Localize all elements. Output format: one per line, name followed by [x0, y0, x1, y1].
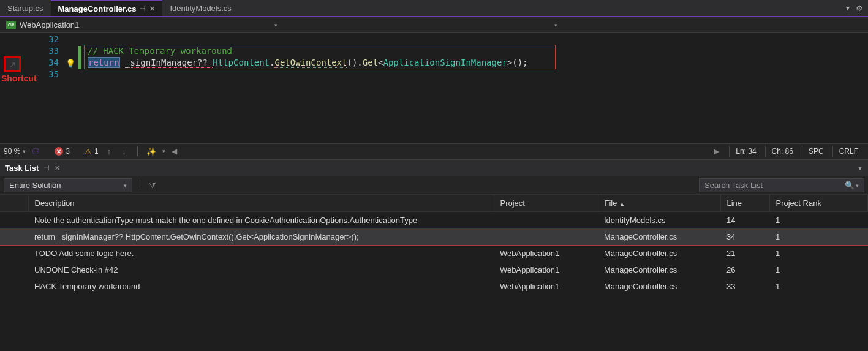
sort-asc-icon: ▲ [619, 201, 625, 207]
nav-bar: C# WebApplication1 ▾ ▾ [0, 17, 868, 33]
table-row[interactable]: TODO Add some logic here.WebApplication1… [0, 245, 868, 262]
tab-identitymodels[interactable]: IdentityModels.cs [162, 0, 238, 16]
code-content[interactable]: // HACK Temporary workaround return _sig… [81, 33, 868, 143]
lightbulb-icon[interactable]: 💡 [66, 59, 75, 68]
table-row[interactable]: HACK Temporary workaroundWebApplication1… [0, 278, 868, 295]
divider [140, 181, 140, 191]
tab-label: ManageController.cs [58, 4, 137, 13]
task-list-header: Task List ⊣ ✕ ▼ [0, 159, 868, 176]
error-icon: ✕ [55, 147, 63, 156]
table-row[interactable]: UNDONE Check-in #42WebApplication1Manage… [0, 262, 868, 278]
tab-label: Startup.cs [7, 4, 43, 13]
chevron-down-icon[interactable]: ▾ [162, 148, 165, 154]
pin-icon[interactable]: ⊣ [140, 5, 146, 13]
tab-startup[interactable]: Startup.cs [0, 0, 51, 16]
nav-up-button[interactable]: ↑ [105, 147, 114, 156]
task-list-table: Description Project File ▲ Line Project … [0, 195, 868, 295]
divider [137, 146, 138, 156]
shortcut-margin-button[interactable]: ↗ [4, 56, 21, 72]
panel-menu-icon[interactable]: ▼ [857, 165, 863, 172]
csharp-icon: C# [6, 21, 16, 29]
scroll-left-icon[interactable]: ◀ [172, 147, 177, 156]
document-tab-bar: Startup.cs ManageController.cs ⊣ ✕ Ident… [0, 0, 868, 17]
column-description[interactable]: Description [28, 195, 494, 212]
task-list-toolbar: Entire Solution ▾ ⧩ Search Task List 🔍▾ [0, 176, 868, 195]
scroll-right-icon[interactable]: ▶ [714, 147, 719, 156]
chevron-down-icon: ▾ [856, 183, 859, 189]
health-indicator-icon[interactable]: ⚇ [32, 146, 40, 156]
table-header-row: Description Project File ▲ Line Project … [0, 195, 868, 212]
table-row[interactable]: Note the authenticationType must match t… [0, 212, 868, 229]
scope-dropdown[interactable]: Entire Solution ▾ [4, 178, 132, 192]
project-context-dropdown[interactable]: C# WebApplication1 ▾ [2, 19, 281, 31]
chevron-down-icon: ▾ [274, 22, 277, 28]
indent-mode[interactable]: SPC [802, 146, 830, 157]
column-rank[interactable]: Project Rank [769, 195, 868, 212]
cleanup-icon[interactable]: ✨ [146, 147, 156, 156]
cursor-char: Ch: 86 [765, 146, 799, 157]
warning-icon: ⚠ [85, 147, 92, 156]
gear-icon[interactable]: ⚙ [856, 4, 863, 13]
close-icon[interactable]: ✕ [55, 164, 60, 172]
tab-label: IdentityModels.cs [170, 4, 231, 13]
table-row[interactable]: return _signInManager?? HttpContent.GetO… [0, 228, 868, 245]
editor-status-bar: 90 % ▾ ⚇ ✕ 3 ⚠ 1 ↑ ↓ ✨ ▾ ◀ ▶ Ln: 34 Ch: … [0, 143, 868, 159]
panel-title: Task List [5, 164, 39, 173]
overflow-chevron-icon[interactable]: ▼ [845, 5, 851, 12]
suggestion-gutter: 💡 [62, 33, 78, 143]
line-number-gutter: 32 33 34 35 [33, 33, 62, 143]
cursor-line: Ln: 34 [729, 146, 762, 157]
column-file[interactable]: File ▲ [598, 195, 720, 212]
nav-down-button[interactable]: ↓ [119, 147, 129, 156]
code-editor[interactable]: ↗ Shortcut 32 33 34 35 💡 // HACK Tempora… [0, 33, 868, 143]
chevron-down-icon: ▾ [124, 183, 127, 189]
zoom-dropdown[interactable]: 90 % ▾ [4, 147, 26, 156]
column-line[interactable]: Line [720, 195, 769, 212]
warning-count[interactable]: ⚠ 1 [85, 147, 99, 156]
column-project[interactable]: Project [494, 195, 598, 212]
filter-icon[interactable]: ⧩ [148, 179, 157, 192]
column-checkbox[interactable] [0, 195, 28, 212]
search-icon: 🔍 [845, 181, 855, 190]
close-icon[interactable]: ✕ [149, 5, 155, 13]
error-count[interactable]: ✕ 3 [55, 147, 70, 156]
task-search-input[interactable]: Search Task List 🔍▾ [699, 178, 864, 192]
tab-managecontroller[interactable]: ManageController.cs ⊣ ✕ [51, 0, 163, 16]
chevron-down-icon: ▾ [23, 148, 26, 154]
line-ending[interactable]: CRLF [832, 146, 864, 157]
shortcut-annotation-label: Shortcut [1, 74, 37, 83]
class-dropdown[interactable]: ▾ [282, 21, 561, 29]
context-label: WebApplication1 [20, 20, 79, 29]
shortcut-arrow-icon: ↗ [9, 60, 16, 69]
chevron-down-icon: ▾ [554, 22, 557, 28]
pin-icon[interactable]: ⊣ [43, 164, 50, 172]
